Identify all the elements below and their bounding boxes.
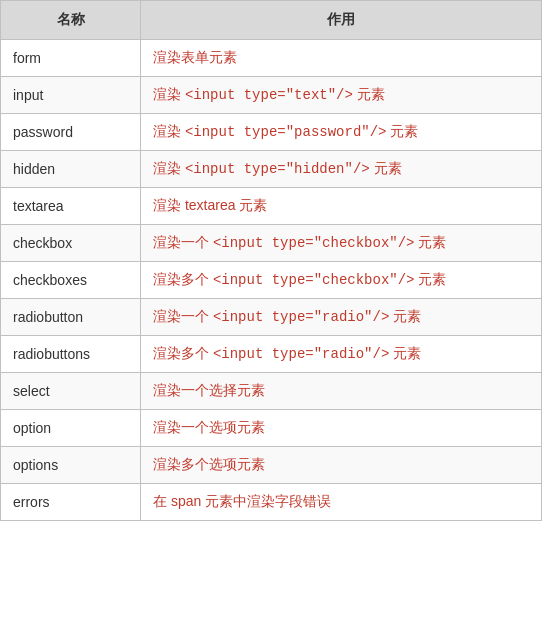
col-header-name: 名称 (1, 1, 141, 40)
table-row: password渲染 <input type="password"/> 元素 (1, 114, 542, 151)
cell-description: 渲染 <input type="password"/> 元素 (141, 114, 542, 151)
code-snippet: <input type="checkbox"/> (213, 235, 415, 251)
cell-name: form (1, 40, 141, 77)
cell-name: radiobutton (1, 299, 141, 336)
cell-name: radiobuttons (1, 336, 141, 373)
cell-description: 渲染表单元素 (141, 40, 542, 77)
table-row: checkbox渲染一个 <input type="checkbox"/> 元素 (1, 225, 542, 262)
table-row: radiobutton渲染一个 <input type="radio"/> 元素 (1, 299, 542, 336)
table-row: hidden渲染 <input type="hidden"/> 元素 (1, 151, 542, 188)
code-snippet: <input type="radio"/> (213, 346, 389, 362)
cell-description: 渲染一个选择元素 (141, 373, 542, 410)
cell-name: options (1, 447, 141, 484)
cell-description: 渲染多个选项元素 (141, 447, 542, 484)
table-row: errors在 span 元素中渲染字段错误 (1, 484, 542, 521)
cell-description: 渲染 <input type="hidden"/> 元素 (141, 151, 542, 188)
code-snippet: <input type="password"/> (185, 124, 387, 140)
col-header-desc: 作用 (141, 1, 542, 40)
table-row: form渲染表单元素 (1, 40, 542, 77)
cell-name: textarea (1, 188, 141, 225)
cell-name: option (1, 410, 141, 447)
cell-name: checkbox (1, 225, 141, 262)
cell-name: errors (1, 484, 141, 521)
table-row: textarea渲染 textarea 元素 (1, 188, 542, 225)
cell-name: input (1, 77, 141, 114)
cell-description: 渲染一个 <input type="checkbox"/> 元素 (141, 225, 542, 262)
cell-description: 渲染一个 <input type="radio"/> 元素 (141, 299, 542, 336)
table-row: input渲染 <input type="text"/> 元素 (1, 77, 542, 114)
table-row: radiobuttons渲染多个 <input type="radio"/> 元… (1, 336, 542, 373)
table-row: checkboxes渲染多个 <input type="checkbox"/> … (1, 262, 542, 299)
reference-table: 名称 作用 form渲染表单元素input渲染 <input type="tex… (0, 0, 542, 521)
cell-description: 渲染多个 <input type="radio"/> 元素 (141, 336, 542, 373)
table-header-row: 名称 作用 (1, 1, 542, 40)
code-snippet: <input type="checkbox"/> (213, 272, 415, 288)
cell-name: select (1, 373, 141, 410)
cell-name: password (1, 114, 141, 151)
table-row: options渲染多个选项元素 (1, 447, 542, 484)
cell-description: 渲染 <input type="text"/> 元素 (141, 77, 542, 114)
code-snippet: <input type="hidden"/> (185, 161, 370, 177)
code-snippet: <input type="text"/> (185, 87, 353, 103)
cell-name: checkboxes (1, 262, 141, 299)
cell-description: 在 span 元素中渲染字段错误 (141, 484, 542, 521)
table-row: select渲染一个选择元素 (1, 373, 542, 410)
table-row: option渲染一个选项元素 (1, 410, 542, 447)
cell-name: hidden (1, 151, 141, 188)
cell-description: 渲染 textarea 元素 (141, 188, 542, 225)
code-snippet: <input type="radio"/> (213, 309, 389, 325)
cell-description: 渲染一个选项元素 (141, 410, 542, 447)
cell-description: 渲染多个 <input type="checkbox"/> 元素 (141, 262, 542, 299)
